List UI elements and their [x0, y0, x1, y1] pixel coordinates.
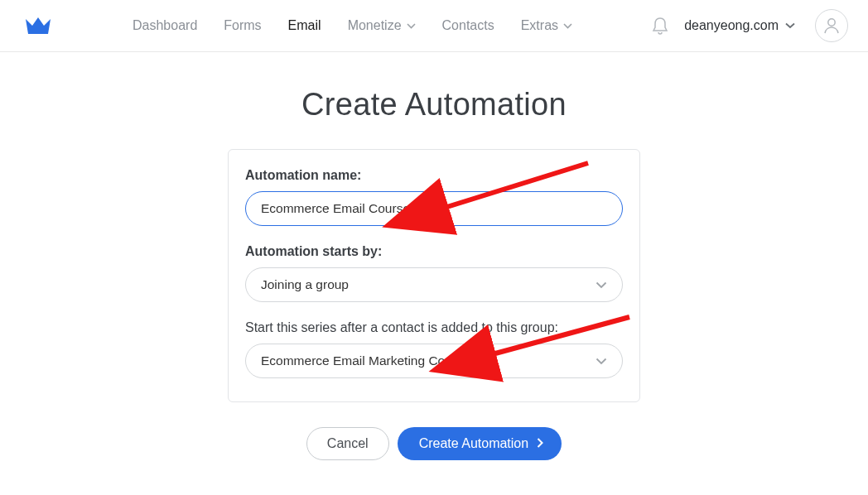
automation-group-value: Ecommerce Email Marketing Course	[261, 353, 470, 368]
nav-item-monetize[interactable]: Monetize	[348, 18, 416, 33]
page-title: Create Automation	[0, 87, 868, 123]
chevron-down-icon	[407, 23, 416, 29]
nav-item-extras[interactable]: Extras	[521, 18, 572, 33]
cancel-button[interactable]: Cancel	[306, 427, 389, 460]
main-nav: DashboardFormsEmailMonetizeContactsExtra…	[133, 18, 572, 33]
top-bar: DashboardFormsEmailMonetizeContactsExtra…	[0, 0, 868, 52]
nav-item-label: Monetize	[348, 18, 402, 33]
chevron-right-icon	[537, 436, 543, 451]
account-switcher[interactable]: deanyeong.com	[684, 18, 795, 33]
create-button-label: Create Automation	[419, 436, 529, 451]
field-automation-name: Automation name:	[245, 168, 623, 226]
nav-item-label: Contacts	[442, 18, 494, 33]
nav-item-forms[interactable]: Forms	[224, 18, 261, 33]
label-automation-name: Automation name:	[245, 168, 623, 183]
nav-item-dashboard[interactable]: Dashboard	[133, 18, 197, 33]
label-automation-trigger: Automation starts by:	[245, 244, 623, 259]
automation-form-panel: Automation name: Automation starts by: J…	[228, 149, 640, 402]
header-right: deanyeong.com	[651, 9, 848, 42]
logo-crown-icon[interactable]	[23, 11, 53, 41]
form-actions: Cancel Create Automation	[0, 427, 868, 460]
account-name: deanyeong.com	[684, 18, 779, 33]
nav-item-label: Email	[288, 18, 321, 33]
svg-point-0	[828, 19, 835, 26]
nav-item-label: Extras	[521, 18, 558, 33]
nav-item-label: Forms	[224, 18, 261, 33]
automation-trigger-select[interactable]: Joining a group	[245, 267, 623, 302]
notifications-bell-icon[interactable]	[651, 17, 669, 35]
nav-item-contacts[interactable]: Contacts	[442, 18, 494, 33]
field-automation-trigger: Automation starts by: Joining a group	[245, 244, 623, 302]
chevron-down-icon	[563, 23, 572, 29]
label-automation-group: Start this series after a contact is add…	[245, 320, 623, 335]
avatar[interactable]	[815, 9, 848, 42]
automation-group-select[interactable]: Ecommerce Email Marketing Course	[245, 344, 623, 378]
automation-trigger-value: Joining a group	[261, 277, 349, 292]
chevron-down-icon	[596, 358, 607, 365]
chevron-down-icon	[596, 281, 607, 289]
chevron-down-icon	[785, 22, 795, 29]
nav-item-email[interactable]: Email	[288, 18, 321, 33]
nav-item-label: Dashboard	[133, 18, 197, 33]
field-automation-group: Start this series after a contact is add…	[245, 320, 623, 378]
automation-name-input[interactable]	[245, 191, 623, 226]
create-automation-button[interactable]: Create Automation	[398, 427, 562, 460]
